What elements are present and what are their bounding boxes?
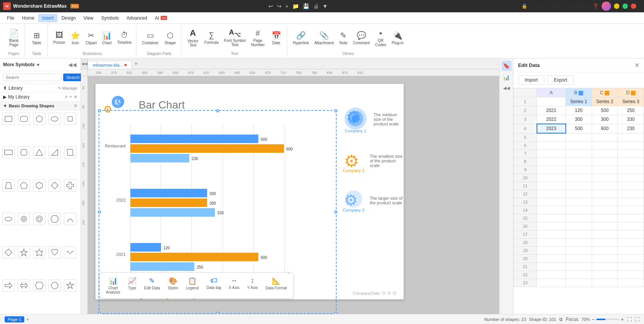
save-button[interactable]: 💾 <box>301 2 311 10</box>
shape-hexagon[interactable] <box>33 179 45 192</box>
handle-ml[interactable] <box>98 210 101 214</box>
my-library-close-button[interactable]: ✕ <box>74 94 77 100</box>
cell-b-18[interactable] <box>566 238 592 246</box>
formula-button[interactable]: ∑ Formula <box>202 29 221 46</box>
shape-arrow-double[interactable] <box>18 279 30 292</box>
shape-arrow-r[interactable] <box>2 279 15 292</box>
cell-a-5[interactable] <box>537 133 566 141</box>
cell-c-8[interactable] <box>592 157 618 165</box>
chart-analysis-button[interactable]: 📊 ChartAnalysis <box>104 275 122 296</box>
cell-b-11[interactable] <box>566 182 592 190</box>
help-button[interactable]: ❓ <box>593 3 599 9</box>
cell-a-1[interactable] <box>537 97 566 106</box>
cell-a-15[interactable] <box>537 214 566 222</box>
handle-mr[interactable] <box>334 210 337 214</box>
cell-d-22[interactable] <box>618 271 644 279</box>
picture-button[interactable]: 🖼 Picture <box>51 29 67 46</box>
shape-hexagon2[interactable] <box>33 279 45 292</box>
cell-a-8[interactable] <box>537 157 566 165</box>
shape-star5[interactable] <box>64 279 76 292</box>
shape-ring[interactable] <box>33 213 45 225</box>
cell-b-14[interactable] <box>566 206 592 214</box>
handle-bm[interactable] <box>216 312 219 314</box>
shape-rtriangle[interactable] <box>49 146 61 159</box>
shape-triangle[interactable] <box>33 146 45 159</box>
shape-pentagon[interactable] <box>18 179 30 192</box>
chart-x-axis-button[interactable]: ↔ X Axis <box>226 275 242 296</box>
cell-b-10[interactable] <box>566 174 592 182</box>
cell-b-21[interactable] <box>566 262 592 271</box>
cell-b-6[interactable] <box>566 141 592 149</box>
timeline-button[interactable]: ⏱ Timeline <box>115 29 134 46</box>
cell-d-13[interactable] <box>618 198 644 206</box>
new-tab-button[interactable]: + <box>132 60 140 68</box>
attachment-button[interactable]: 📎 Attachment <box>312 29 336 47</box>
menu-view[interactable]: View <box>80 14 97 22</box>
cell-d-16[interactable] <box>618 222 644 230</box>
cell-d-1[interactable]: Series 3 <box>618 97 644 106</box>
canvas-scroll-area[interactable]: ⚙ ⚙ Bar Chart <box>88 76 499 314</box>
chart-edit-data-button[interactable]: ✎ Edit Data <box>142 275 162 296</box>
cell-c-23[interactable] <box>592 279 618 287</box>
cell-d-15[interactable] <box>618 214 644 222</box>
sidebar-toggle-button[interactable]: ◀◀ <box>81 62 87 66</box>
fullscreen-button[interactable]: ⛶ <box>635 317 639 322</box>
cell-a-11[interactable] <box>537 182 566 190</box>
zoom-out-button[interactable]: − <box>592 316 595 322</box>
cell-c-6[interactable] <box>592 141 618 149</box>
menu-design[interactable]: Design <box>57 14 79 22</box>
cell-b-5[interactable] <box>566 133 592 141</box>
cell-b-3[interactable]: 300 <box>566 115 592 124</box>
cell-a-12[interactable] <box>537 190 566 198</box>
shape-oval[interactable] <box>49 113 61 125</box>
zoom-in-button[interactable]: + <box>621 316 624 322</box>
cell-c-18[interactable] <box>592 238 618 246</box>
cell-d-10[interactable] <box>618 174 644 182</box>
fit-page-button[interactable]: ⛶ <box>627 317 632 322</box>
cell-c-5[interactable] <box>592 133 618 141</box>
cell-d-11[interactable] <box>618 182 644 190</box>
my-library-label[interactable]: ▶ My Library <box>3 94 30 100</box>
shape-rectangle[interactable] <box>2 113 15 125</box>
cell-c-3[interactable]: 300 <box>592 115 618 124</box>
toolbar-resize-handle[interactable]: ⤡ <box>287 271 292 276</box>
cell-d-7[interactable] <box>618 149 644 157</box>
chart-icon-button-side[interactable]: 📊 <box>501 72 512 82</box>
table-button[interactable]: ⊞ Table <box>28 29 45 47</box>
cell-c-13[interactable] <box>592 198 618 206</box>
maximize-button[interactable] <box>622 3 628 9</box>
cell-b-22[interactable] <box>566 271 592 279</box>
cell-b-15[interactable] <box>566 214 592 222</box>
shape-arc[interactable] <box>64 213 76 225</box>
shape-parallelogram[interactable] <box>64 146 76 159</box>
my-library-export-button[interactable]: ↗ <box>64 94 68 100</box>
cell-d-9[interactable] <box>618 165 644 174</box>
shape-rect2[interactable] <box>2 146 15 159</box>
clipart-button[interactable]: ✂ Clipart <box>83 29 99 47</box>
menu-file[interactable]: File <box>3 14 18 22</box>
chart-y-axis-button[interactable]: ↕ Y Axis <box>245 275 260 296</box>
shape-rounded-rect[interactable] <box>18 113 30 125</box>
shapes-section-close-button[interactable]: ✕ <box>74 103 77 109</box>
shape-trapezoid[interactable] <box>2 179 15 192</box>
handle-br[interactable] <box>334 312 337 314</box>
page-number-button[interactable]: # PageNumber <box>249 27 267 48</box>
new-button[interactable]: + <box>284 2 290 10</box>
menu-symbols[interactable]: Symbols <box>97 14 123 22</box>
shape-diamond-sm[interactable] <box>64 113 76 125</box>
shape-circle[interactable] <box>33 113 45 125</box>
cell-c-11[interactable] <box>592 182 618 190</box>
current-page-tab[interactable]: Page-1 <box>5 316 24 322</box>
manage-button[interactable]: ✎ Manage <box>58 86 77 91</box>
right-panel-close-button[interactable]: ✕ <box>634 62 639 69</box>
cell-a-7[interactable] <box>537 149 566 157</box>
open-button[interactable]: 📁 <box>291 2 300 10</box>
cell-c-10[interactable] <box>592 174 618 182</box>
cell-b-12[interactable] <box>566 190 592 198</box>
shape-diamond[interactable] <box>49 179 61 192</box>
cell-a-21[interactable] <box>537 262 566 271</box>
shape-star6[interactable] <box>33 246 45 259</box>
shape-button[interactable]: ⬡ Shape <box>162 29 179 47</box>
minimize-button[interactable] <box>614 3 619 9</box>
shape-wave[interactable] <box>64 246 76 259</box>
